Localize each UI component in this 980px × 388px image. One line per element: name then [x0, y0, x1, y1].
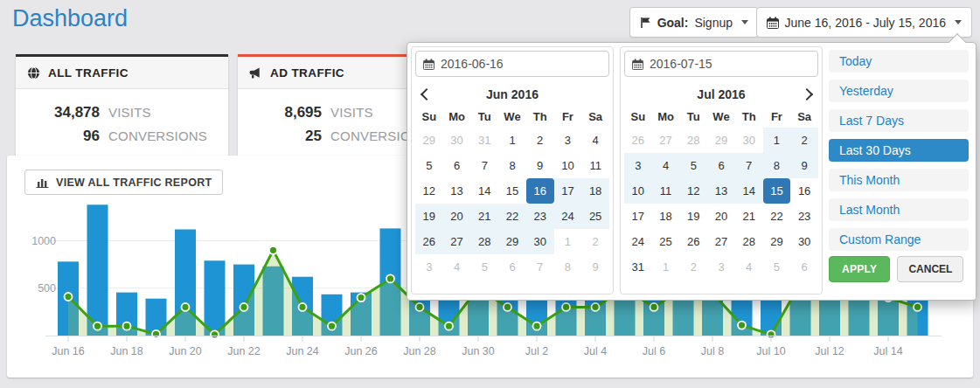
day-cell[interactable]: 26	[415, 229, 443, 254]
day-cell[interactable]: 6	[443, 153, 471, 178]
day-cell[interactable]: 29	[763, 229, 791, 254]
day-cell[interactable]: 7	[526, 254, 554, 280]
apply-button[interactable]: APPLY	[829, 256, 890, 282]
day-cell[interactable]: 20	[707, 204, 735, 229]
prev-month-icon[interactable]	[420, 88, 433, 100]
day-cell[interactable]: 26	[624, 128, 652, 153]
day-cell[interactable]: 11	[581, 153, 609, 178]
next-month-icon[interactable]	[801, 88, 813, 100]
preset-this-month[interactable]: This Month	[829, 169, 969, 191]
day-cell[interactable]: 15	[498, 178, 526, 204]
day-cell[interactable]: 30	[735, 128, 763, 153]
day-cell[interactable]: 9	[790, 153, 818, 178]
day-cell[interactable]: 4	[581, 128, 609, 153]
day-cell[interactable]: 29	[415, 128, 443, 153]
day-cell[interactable]: 8	[554, 254, 582, 280]
day-cell[interactable]: 2	[679, 254, 707, 280]
day-cell[interactable]: 18	[581, 178, 609, 204]
day-cell[interactable]: 24	[624, 229, 652, 254]
day-cell[interactable]: 17	[554, 178, 582, 204]
day-cell[interactable]: 18	[652, 204, 680, 229]
day-cell[interactable]: 6	[790, 254, 818, 280]
day-cell[interactable]: 3	[707, 254, 735, 280]
day-cell[interactable]: 2	[526, 128, 554, 153]
day-cell[interactable]: 30	[526, 229, 554, 254]
day-cell[interactable]: 28	[470, 229, 498, 254]
day-cell[interactable]: 5	[763, 254, 791, 280]
day-cell[interactable]: 6	[498, 254, 526, 280]
goal-dropdown-button[interactable]: Goal: Signup	[629, 7, 759, 38]
end-date-input[interactable]: 2016-07-15	[624, 51, 818, 77]
cancel-button[interactable]: CANCEL	[897, 256, 963, 282]
day-cell[interactable]: 7	[735, 153, 763, 178]
preset-last-7-days[interactable]: Last 7 Days	[829, 109, 969, 132]
day-cell[interactable]: 1	[763, 128, 791, 153]
day-cell[interactable]: 3	[554, 128, 582, 153]
day-cell[interactable]: 13	[707, 178, 735, 204]
day-cell[interactable]: 4	[652, 153, 680, 178]
day-cell[interactable]: 11	[652, 178, 680, 204]
day-cell[interactable]: 26	[679, 229, 707, 254]
day-cell-selected[interactable]: 15	[763, 178, 791, 204]
preset-today[interactable]: Today	[829, 50, 969, 73]
preset-last-30-days[interactable]: Last 30 Days	[829, 139, 969, 162]
day-cell[interactable]: 13	[443, 178, 471, 204]
day-cell[interactable]: 27	[707, 229, 735, 254]
day-cell[interactable]: 6	[707, 153, 735, 178]
day-cell[interactable]: 22	[763, 204, 791, 229]
day-cell[interactable]: 12	[415, 178, 443, 204]
day-cell[interactable]: 24	[554, 204, 582, 229]
day-cell[interactable]: 31	[470, 128, 498, 153]
day-cell[interactable]: 1	[554, 229, 582, 254]
day-cell[interactable]: 4	[735, 254, 763, 280]
day-cell[interactable]: 9	[526, 153, 554, 178]
day-cell[interactable]: 31	[624, 254, 652, 280]
preset-last-month[interactable]: Last Month	[829, 198, 969, 221]
day-cell[interactable]: 19	[415, 204, 443, 229]
day-cell[interactable]: 25	[652, 229, 680, 254]
day-cell[interactable]: 17	[624, 204, 652, 229]
day-cell[interactable]: 1	[498, 128, 526, 153]
day-cell[interactable]: 3	[415, 254, 443, 280]
day-cell[interactable]: 21	[735, 204, 763, 229]
view-all-traffic-report-button[interactable]: VIEW ALL TRAFFIC REPORT	[24, 170, 223, 195]
day-cell[interactable]: 5	[679, 153, 707, 178]
day-cell[interactable]: 1	[652, 254, 680, 280]
day-cell[interactable]: 23	[526, 204, 554, 229]
day-cell[interactable]: 8	[763, 153, 791, 178]
day-cell[interactable]: 10	[624, 178, 652, 204]
day-cell[interactable]: 28	[735, 229, 763, 254]
day-cell[interactable]: 14	[470, 178, 498, 204]
day-cell[interactable]: 20	[443, 204, 471, 229]
day-cell[interactable]: 19	[679, 204, 707, 229]
day-cell[interactable]: 7	[470, 153, 498, 178]
day-cell[interactable]: 2	[790, 128, 818, 153]
day-cell[interactable]: 2	[581, 229, 609, 254]
day-cell[interactable]: 25	[581, 204, 609, 229]
day-cell[interactable]: 3	[624, 153, 652, 178]
day-cell[interactable]: 29	[498, 229, 526, 254]
day-cell[interactable]: 29	[707, 128, 735, 153]
preset-yesterday[interactable]: Yesterday	[829, 80, 969, 102]
day-cell[interactable]: 14	[735, 178, 763, 204]
day-cell[interactable]: 21	[470, 204, 498, 229]
day-cell[interactable]: 12	[679, 178, 707, 204]
day-cell[interactable]: 28	[679, 128, 707, 153]
day-cell[interactable]: 22	[498, 204, 526, 229]
day-cell[interactable]: 5	[470, 254, 498, 280]
day-cell[interactable]: 30	[443, 128, 471, 153]
day-cell[interactable]: 27	[443, 229, 471, 254]
preset-custom-range[interactable]: Custom Range	[829, 228, 969, 251]
day-cell[interactable]: 16	[790, 178, 818, 204]
date-range-button[interactable]: June 16, 2016 - July 15, 2016	[756, 7, 972, 38]
day-cell[interactable]: 4	[443, 254, 471, 280]
day-cell[interactable]: 23	[790, 204, 818, 229]
start-date-input[interactable]: 2016-06-16	[415, 51, 609, 77]
day-cell-selected[interactable]: 16	[526, 178, 554, 204]
day-cell[interactable]: 9	[581, 254, 609, 280]
day-cell[interactable]: 5	[415, 153, 443, 178]
day-cell[interactable]: 27	[652, 128, 680, 153]
day-cell[interactable]: 30	[790, 229, 818, 254]
day-cell[interactable]: 10	[554, 153, 582, 178]
day-cell[interactable]: 8	[498, 153, 526, 178]
